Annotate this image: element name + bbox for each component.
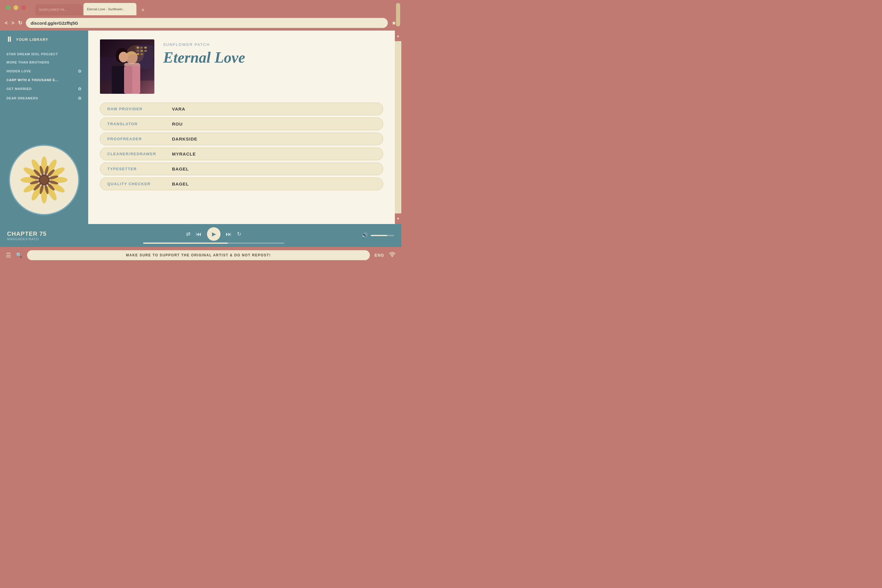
svg-rect-43 (124, 66, 140, 94)
credit-row-translator: TRANSLATOR ROU (100, 118, 383, 130)
credit-row-quality: QUALITY CHECKER BAGEL (100, 178, 383, 190)
content-area: SUNFLOWER PATCH Eternal Love RAW PROVIDE… (88, 31, 395, 224)
library-icon: ⏸ (6, 35, 12, 44)
scrollbar: ▲ ▼ (395, 31, 401, 224)
manga-title: Eternal Love (163, 49, 383, 66)
scroll-thumb[interactable] (396, 3, 400, 27)
flower-icon-3: ✿ (78, 96, 82, 100)
address-bar[interactable]: discord.gg/erG2zffq5G (26, 18, 388, 28)
svg-rect-31 (144, 47, 147, 48)
sidebar-title: YOUR LIBRARY (16, 38, 48, 42)
minimize-button[interactable] (14, 5, 18, 10)
player-bar: CHAPTER 75 MANGADEX/BATO ⇄ ⏮ ▶ ⏭ ↻ 🔊 (0, 224, 401, 247)
credit-row-typesetter: TYPESETTER BAGEL (100, 163, 383, 175)
sidebar-item-dear-dreamers[interactable]: DEAR DREAMERS ✿ (0, 93, 88, 103)
svg-point-25 (40, 176, 48, 184)
chapter-source: MANGADEX/BATO (7, 237, 66, 241)
language-label: ENG (375, 253, 384, 258)
svg-rect-34 (144, 50, 147, 52)
tab-area: SUNFLOWER PA... Eternal Love - Sunflower… (35, 3, 148, 15)
close-button[interactable] (21, 5, 26, 10)
manga-info: SUNFLOWER PATCH Eternal Love (163, 39, 383, 66)
wifi-icon (389, 252, 395, 258)
status-bar: ☰ 🔍 MAKE SURE TO SUPPORT THE ORIGINAL AR… (0, 247, 401, 263)
sidebar-item-carp[interactable]: CARP WITH A THOUSAND E... (0, 76, 88, 84)
controls-row: ⇄ ⏮ ▶ ⏭ ↻ (186, 227, 242, 241)
manga-header: SUNFLOWER PATCH Eternal Love (100, 39, 383, 94)
play-icon: ▶ (212, 231, 216, 237)
browser-titlebar: SUNFLOWER PA... Eternal Love - Sunflower… (0, 0, 401, 15)
credit-row-raw: RAW PROVIDER VARA (100, 103, 383, 115)
window-controls (6, 5, 26, 10)
volume-bar[interactable] (371, 235, 394, 236)
scroll-down-button[interactable]: ▼ (395, 213, 401, 224)
flower-icon: ✿ (78, 69, 82, 74)
tab-active[interactable]: Eternal Love - Sunflower... (84, 3, 136, 15)
sidebar-item-star-dream[interactable]: STAR DREAM IDOL PROJECT (0, 50, 88, 58)
progress-fill (143, 243, 228, 244)
volume-icon: 🔊 (362, 232, 368, 239)
menu-icon[interactable]: ☰ (6, 252, 11, 259)
sidebar-item-get-married[interactable]: GET MARRIED ✿ (0, 84, 88, 93)
next-button[interactable]: ⏭ (226, 231, 232, 237)
volume-area: 🔊 (362, 232, 394, 239)
volume-fill (371, 235, 387, 236)
chapter-info: CHAPTER 75 MANGADEX/BATO (7, 231, 66, 241)
credit-row-cleaner: CLEANER/REDRAWER MYRACLE (100, 148, 383, 160)
forward-button[interactable]: > (12, 20, 15, 26)
status-message: MAKE SURE TO SUPPORT THE ORIGINAL ARTIST… (27, 250, 370, 260)
progress-bar[interactable] (143, 243, 284, 244)
sidebar-logo (6, 142, 82, 218)
sidebar-item-hidden-love[interactable]: HIDDEN LOVE ✿ (0, 66, 88, 76)
scroll-up-button[interactable]: ▲ (395, 31, 401, 41)
sidebar-item-more-than[interactable]: MORE THAN BROTHERS (0, 58, 88, 66)
previous-button[interactable]: ⏮ (196, 231, 202, 237)
maximize-button[interactable] (6, 5, 10, 10)
back-button[interactable]: < (5, 20, 8, 26)
group-name: SUNFLOWER PATCH (163, 42, 383, 47)
sidebar-list: STAR DREAM IDOL PROJECT MORE THAN BROTHE… (0, 48, 88, 139)
sidebar: ⏸ YOUR LIBRARY STAR DREAM IDOL PROJECT M… (0, 31, 88, 224)
main-layout: ⏸ YOUR LIBRARY STAR DREAM IDOL PROJECT M… (0, 31, 401, 224)
search-button[interactable]: 🔍 (16, 252, 22, 258)
reload-button[interactable]: ↻ (18, 20, 22, 26)
tab-inactive[interactable]: SUNFLOWER PA... (35, 4, 82, 15)
logo-circle (9, 145, 80, 215)
chapter-title: CHAPTER 75 (7, 231, 66, 237)
play-button[interactable]: ▶ (207, 227, 220, 241)
credit-row-proofreader: PROOFREADER DARKSIDE (100, 133, 383, 145)
browser-toolbar: < > ↻ discord.gg/erG2zffq5G ★ (0, 15, 401, 31)
credits-table: RAW PROVIDER VARA TRANSLATOR ROU PROOFRE… (100, 103, 383, 190)
sidebar-header: ⏸ YOUR LIBRARY (0, 31, 88, 48)
new-tab-button[interactable]: + (138, 5, 148, 15)
flower-icon-2: ✿ (78, 86, 82, 91)
manga-cover (100, 39, 154, 94)
svg-point-44 (126, 45, 144, 63)
player-controls: ⇄ ⏮ ▶ ⏭ ↻ (72, 227, 356, 244)
repeat-button[interactable]: ↻ (237, 231, 242, 237)
shuffle-button[interactable]: ⇄ (186, 231, 190, 237)
